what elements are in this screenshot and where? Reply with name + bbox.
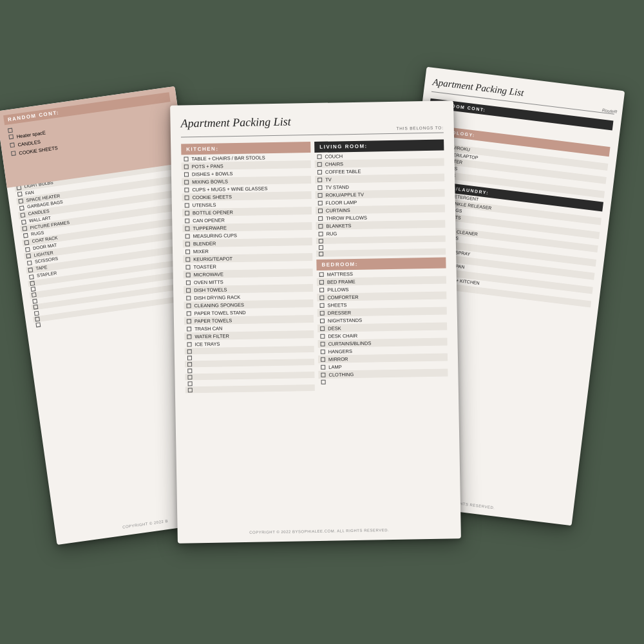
checkbox[interactable] <box>11 151 16 156</box>
main-columns: KITCHEN: TABLE + CHAIRS / BAR STOOLS POT… <box>181 139 450 527</box>
checkbox[interactable] <box>184 156 188 161</box>
checkbox[interactable] <box>317 185 322 189</box>
checkbox[interactable] <box>319 245 323 249</box>
checkbox[interactable] <box>319 272 324 276</box>
front-title: Apartment Packing List <box>180 115 290 131</box>
checkbox[interactable] <box>318 216 323 220</box>
checkbox[interactable] <box>185 249 190 254</box>
checkbox[interactable] <box>24 240 29 245</box>
checkbox[interactable] <box>21 220 26 225</box>
checkbox[interactable] <box>187 355 192 360</box>
checkbox[interactable] <box>185 226 189 231</box>
checkbox[interactable] <box>184 187 189 192</box>
list-item <box>316 248 446 257</box>
checkbox[interactable] <box>185 203 189 207</box>
checkbox[interactable] <box>35 323 41 328</box>
checkbox[interactable] <box>317 162 322 166</box>
checkbox[interactable] <box>22 226 27 231</box>
checkbox[interactable] <box>319 295 324 299</box>
checkbox[interactable] <box>187 334 191 339</box>
checkbox[interactable] <box>32 292 37 298</box>
checkbox[interactable] <box>321 372 325 377</box>
checkbox[interactable] <box>319 279 324 284</box>
checkbox[interactable] <box>188 388 193 392</box>
belongs-to-label: THIS BELONGS TO: <box>396 125 443 130</box>
checkbox[interactable] <box>186 280 191 285</box>
checkbox[interactable] <box>20 213 25 218</box>
checkbox[interactable] <box>184 172 189 176</box>
checkbox[interactable] <box>320 326 325 330</box>
checkbox[interactable] <box>186 288 191 292</box>
checkbox[interactable] <box>318 223 323 228</box>
checkbox[interactable] <box>10 142 15 147</box>
checkbox[interactable] <box>184 164 189 169</box>
checkbox[interactable] <box>319 238 323 243</box>
checkbox[interactable] <box>321 379 326 384</box>
list-item <box>185 384 315 393</box>
checkbox[interactable] <box>31 287 36 292</box>
kitchen-column: KITCHEN: TABLE + CHAIRS / BAR STOOLS POT… <box>181 142 317 527</box>
checkbox[interactable] <box>188 381 193 386</box>
checkbox[interactable] <box>320 334 325 338</box>
checkbox[interactable] <box>186 296 191 300</box>
checkbox[interactable] <box>32 299 37 304</box>
right-column: LIVING ROOM: COUCH CHAIRS COFFEE TABLE T… <box>314 139 450 525</box>
checkbox[interactable] <box>321 357 325 361</box>
checkbox[interactable] <box>8 128 13 133</box>
living-room-list: COUCH CHAIRS COFFEE TABLE TV TV STAND RO… <box>314 150 446 256</box>
checkbox[interactable] <box>186 272 191 277</box>
bedroom-list: MATTRESS BED FRAME PILLOWS COMFORTER SHE… <box>317 268 448 384</box>
checkbox[interactable] <box>19 205 24 211</box>
checkbox[interactable] <box>187 319 191 323</box>
checkbox[interactable] <box>187 368 192 373</box>
checkbox[interactable] <box>318 208 323 213</box>
kitchen-list: TABLE + CHAIRS / BAR STOOLS POTS + PANS … <box>181 153 314 393</box>
checkbox[interactable] <box>26 254 31 259</box>
checkbox[interactable] <box>28 267 33 272</box>
checkbox[interactable] <box>23 233 28 238</box>
checkbox[interactable] <box>187 311 191 316</box>
checkbox[interactable] <box>319 231 323 236</box>
checkbox[interactable] <box>321 349 325 354</box>
list-item <box>319 376 448 385</box>
checkbox[interactable] <box>187 342 192 346</box>
checkbox[interactable] <box>319 287 324 292</box>
checkbox[interactable] <box>185 242 190 246</box>
checkbox[interactable] <box>187 327 191 331</box>
checkbox[interactable] <box>29 274 34 279</box>
checkbox[interactable] <box>185 234 190 238</box>
checkbox[interactable] <box>317 169 322 174</box>
checkbox[interactable] <box>319 303 324 307</box>
checkbox[interactable] <box>33 305 39 310</box>
checkbox[interactable] <box>185 211 189 215</box>
checkbox[interactable] <box>320 318 325 323</box>
checkbox[interactable] <box>8 134 14 139</box>
checkbox[interactable] <box>27 261 32 266</box>
checkbox[interactable] <box>317 154 321 158</box>
checkbox[interactable] <box>321 341 325 346</box>
checkbox[interactable] <box>317 177 322 182</box>
card-front: Apartment Packing List THIS BELONGS TO: … <box>170 100 461 544</box>
checkbox[interactable] <box>321 365 325 369</box>
checkbox[interactable] <box>184 180 189 184</box>
checkbox[interactable] <box>35 317 40 322</box>
checkbox[interactable] <box>30 281 35 286</box>
checkbox[interactable] <box>25 247 30 252</box>
checkbox[interactable] <box>185 195 189 200</box>
checkbox[interactable] <box>187 349 192 354</box>
checkbox[interactable] <box>34 310 39 316</box>
checkbox[interactable] <box>18 199 23 204</box>
checkbox[interactable] <box>187 375 192 379</box>
checkbox[interactable] <box>319 251 323 256</box>
checkbox[interactable] <box>17 192 23 197</box>
checkbox[interactable] <box>317 193 322 197</box>
checkbox[interactable] <box>185 265 190 269</box>
checkbox[interactable] <box>185 257 190 261</box>
checkbox[interactable] <box>320 310 325 315</box>
checkbox[interactable] <box>186 303 191 308</box>
checkbox[interactable] <box>318 200 323 205</box>
checkbox[interactable] <box>187 362 192 366</box>
checkbox[interactable] <box>185 218 189 223</box>
